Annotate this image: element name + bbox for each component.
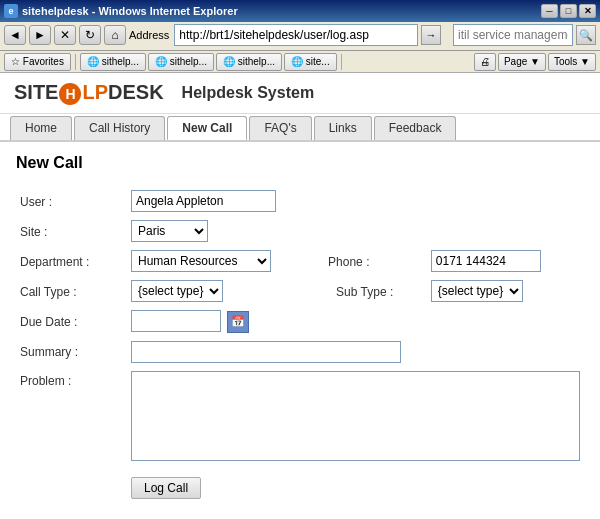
address-input[interactable] (174, 24, 418, 46)
window-icon: e (4, 4, 18, 18)
page-content: SITEHLPDESK Helpdesk System Home Call Hi… (0, 73, 600, 515)
tab-home[interactable]: Home (10, 116, 72, 140)
window-controls[interactable]: ─ □ ✕ (541, 4, 596, 18)
app-title: Helpdesk System (182, 84, 315, 102)
sep1 (75, 54, 76, 70)
phone-input[interactable] (431, 250, 541, 272)
duedate-row: Due Date 📅 (16, 306, 584, 337)
site-row: Site Paris London New York (16, 216, 584, 246)
problem-textarea[interactable] (131, 371, 580, 461)
tab-feedback[interactable]: Feedback (374, 116, 457, 140)
problem-row: Problem (16, 367, 584, 465)
subtype-select[interactable]: {select type} Hardware Software Network (431, 280, 523, 302)
sep2 (341, 54, 342, 70)
summary-label: Summary (20, 345, 84, 359)
go-button[interactable]: → (421, 25, 441, 45)
department-select[interactable]: Human Resources IT Finance Sales (131, 250, 271, 272)
page-heading: New Call (16, 154, 584, 172)
main-area: New Call User Site Paris London New York (0, 142, 600, 515)
tab-faqs[interactable]: FAQ's (249, 116, 311, 140)
user-input[interactable] (131, 190, 276, 212)
window-titlebar: e sitehelpdesk - Windows Internet Explor… (0, 0, 600, 22)
problem-label: Problem (20, 374, 77, 388)
user-row: User (16, 186, 584, 216)
calendar-button[interactable]: 📅 (227, 311, 249, 333)
calltype-select[interactable]: {select type} Incident Request Problem (131, 280, 223, 302)
department-label: Department (20, 255, 95, 269)
nav-tabs: Home Call History New Call FAQ's Links F… (0, 116, 600, 142)
duedate-label: Due Date (20, 315, 83, 329)
logo-h: H (59, 83, 81, 105)
log-call-button[interactable]: Log Call (131, 477, 201, 499)
tab-new-call[interactable]: New Call (167, 116, 247, 140)
logo-desk: DESK (108, 81, 164, 103)
window-title: sitehelpdesk - Windows Internet Explorer (22, 5, 238, 17)
print-button[interactable]: 🖨 (474, 53, 496, 71)
summary-input[interactable] (131, 341, 401, 363)
duedate-input[interactable] (131, 310, 221, 332)
dept-phone-row: Department Human Resources IT Finance Sa… (16, 246, 584, 276)
logo: SITEHLPDESK (14, 81, 164, 105)
tab-links[interactable]: Links (314, 116, 372, 140)
tools-area: 🖨 Page ▼ Tools ▼ (474, 53, 596, 71)
tab-call-history[interactable]: Call History (74, 116, 165, 140)
fav-item-3[interactable]: 🌐 sithelp... (216, 53, 282, 71)
site-label: Site (20, 225, 53, 239)
refresh-button[interactable]: ↻ (79, 25, 101, 45)
minimize-button[interactable]: ─ (541, 4, 558, 18)
address-bar-row: ◄ ► ✕ ↻ ⌂ Address → 🔍 (4, 24, 596, 46)
page-button[interactable]: Page ▼ (498, 53, 546, 71)
phone-label: Phone (328, 255, 375, 269)
fav-item-4[interactable]: 🌐 site... (284, 53, 337, 71)
app-header: SITEHLPDESK Helpdesk System (0, 73, 600, 114)
logo-text: SITEHLPDESK (14, 81, 164, 105)
submit-row: Log Call (16, 465, 584, 503)
logo-lp: LP (82, 81, 108, 103)
user-label: User (20, 195, 58, 209)
site-select[interactable]: Paris London New York (131, 220, 208, 242)
toolbar-area: ◄ ► ✕ ↻ ⌂ Address → 🔍 (0, 22, 600, 51)
search-go-button[interactable]: 🔍 (576, 25, 596, 45)
form-table: User Site Paris London New York Depar (16, 186, 584, 503)
summary-row: Summary (16, 337, 584, 367)
fav-item-2[interactable]: 🌐 sithelp... (148, 53, 214, 71)
restore-button[interactable]: □ (560, 4, 577, 18)
favorites-button[interactable]: ☆ Favorites (4, 53, 71, 71)
home-nav-button[interactable]: ⌂ (104, 25, 126, 45)
forward-button[interactable]: ► (29, 25, 51, 45)
back-button[interactable]: ◄ (4, 25, 26, 45)
fav-item-1[interactable]: 🌐 sithelp... (80, 53, 146, 71)
favorites-bar: ☆ Favorites 🌐 sithelp... 🌐 sithelp... 🌐 … (0, 51, 600, 73)
subtype-label: Sub Type (328, 285, 397, 299)
calltype-label: Call Type (20, 285, 82, 299)
stop-button[interactable]: ✕ (54, 25, 76, 45)
logo-site: SITE (14, 81, 58, 103)
address-label: Address (129, 29, 169, 41)
search-input[interactable] (453, 24, 573, 46)
tools-button[interactable]: Tools ▼ (548, 53, 596, 71)
calltype-row: Call Type {select type} Incident Request… (16, 276, 584, 306)
close-button[interactable]: ✕ (579, 4, 596, 18)
